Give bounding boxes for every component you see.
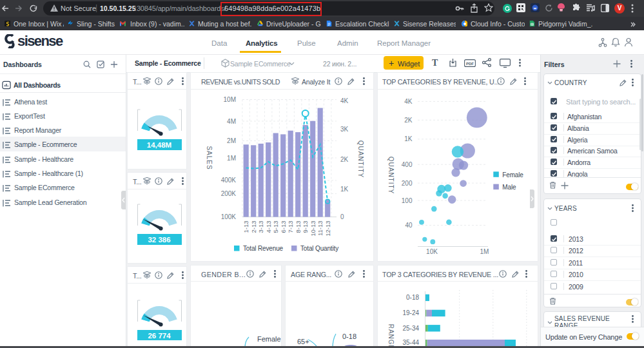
svg-text:100K: 100K <box>221 213 237 220</box>
svg-text:1K: 1K <box>404 135 413 142</box>
svg-text:4K: 4K <box>404 98 413 105</box>
svg-text:400K: 400K <box>221 177 237 184</box>
svg-text:QUANTITY: QUANTITY <box>357 140 364 179</box>
svg-text:8-13: 8-13 <box>295 221 302 233</box>
svg-text:65+: 65+ <box>297 338 309 345</box>
svg-text:32 386: 32 386 <box>148 236 170 244</box>
svg-text:11-13: 11-13 <box>317 221 324 237</box>
svg-text:0-18: 0-18 <box>342 333 356 340</box>
svg-text:9-13: 9-13 <box>302 221 309 233</box>
svg-text:19-24: 19-24 <box>402 309 419 316</box>
svg-text:3-13: 3-13 <box>257 221 264 233</box>
svg-text:4K: 4K <box>340 97 349 104</box>
svg-text:25-34: 25-34 <box>402 325 419 332</box>
svg-text:1K: 1K <box>340 186 349 193</box>
svg-text:1-13: 1-13 <box>242 221 249 233</box>
svg-text:2-13: 2-13 <box>250 221 257 233</box>
svg-text:400: 400 <box>402 161 413 168</box>
svg-text:10M: 10M <box>224 96 236 103</box>
svg-text:0-18: 0-18 <box>406 294 419 301</box>
svg-text:7-13: 7-13 <box>287 221 294 233</box>
svg-text:2K: 2K <box>340 156 349 163</box>
svg-text:RANGE: RANGE <box>387 324 395 348</box>
svg-text:10K: 10K <box>426 248 438 255</box>
svg-text:40: 40 <box>405 222 413 229</box>
svg-text:1M: 1M <box>480 248 489 255</box>
svg-text:6-13: 6-13 <box>280 221 287 233</box>
svg-text:3K: 3K <box>340 126 349 133</box>
svg-text:QUANTITY: QUANTITY <box>387 157 395 195</box>
svg-text:Male: Male <box>502 184 516 191</box>
svg-text:SALES: SALES <box>206 146 213 169</box>
svg-text:2K: 2K <box>404 117 413 124</box>
svg-text:Total Revenue: Total Revenue <box>243 245 284 252</box>
svg-text:26 774: 26 774 <box>148 332 171 340</box>
svg-text:4-13: 4-13 <box>265 221 272 233</box>
svg-text:2M: 2M <box>227 137 236 144</box>
svg-text:14,48M: 14,48M <box>147 141 171 149</box>
svg-text:0: 0 <box>340 213 344 220</box>
svg-text:5-13: 5-13 <box>272 221 279 233</box>
svg-text:200K: 200K <box>221 190 237 197</box>
svg-text:10-13: 10-13 <box>309 221 317 237</box>
svg-text:35-44: 35-44 <box>402 339 419 346</box>
svg-text:100: 100 <box>402 197 413 204</box>
svg-text:200: 200 <box>402 180 413 187</box>
svg-text:4M: 4M <box>227 118 236 125</box>
svg-text:Total Quantity: Total Quantity <box>300 245 338 252</box>
svg-text:Female: Female <box>257 335 281 343</box>
svg-text:12-13: 12-13 <box>324 221 331 237</box>
svg-text:Female: Female <box>502 171 523 179</box>
svg-text:1M: 1M <box>227 155 236 162</box>
